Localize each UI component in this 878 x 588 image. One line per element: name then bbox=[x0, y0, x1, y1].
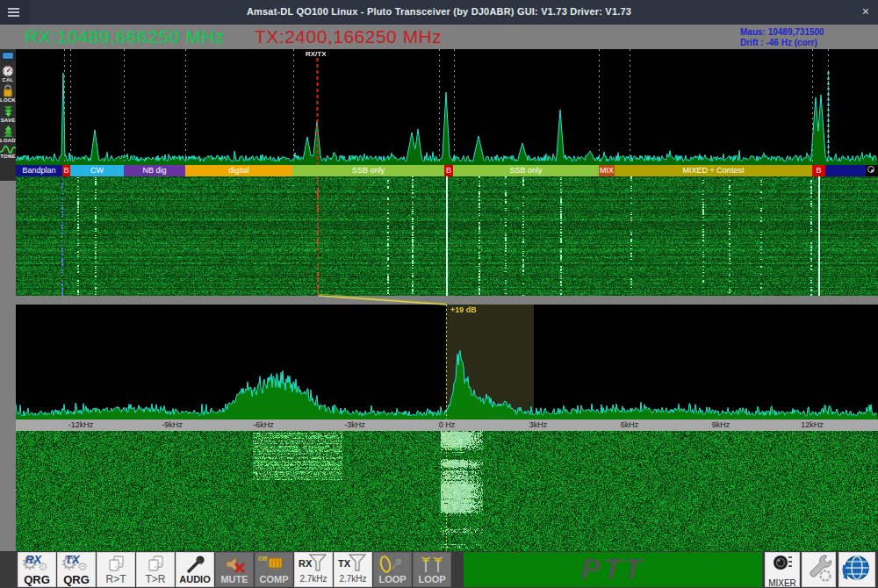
copy-pages-icon bbox=[146, 555, 165, 572]
bandplan-bar[interactable]: BandplanBCWNB digdigitalSSB onlyBSSB onl… bbox=[16, 165, 878, 176]
tick-label: 9kHz bbox=[712, 420, 730, 429]
transceiver-window: Amsat-DL QO100 Linux - Pluto Transceiver… bbox=[0, 0, 878, 588]
frequency-bar: RX:10489,666250 MHz TX:2400,166250 MHz M… bbox=[0, 25, 878, 49]
lock-button[interactable]: LOCK bbox=[0, 84, 16, 104]
gain-readout: +19 dB bbox=[450, 305, 477, 314]
monitor-icon bbox=[1, 51, 15, 64]
mouse-drift-readout: Maus: 10489,731500 Drift : -46 Hz (corr) bbox=[740, 27, 824, 48]
drift-label: Drift : bbox=[740, 38, 764, 47]
arrow-down-icon bbox=[2, 104, 15, 118]
zoom-waterfall-display[interactable] bbox=[16, 431, 878, 551]
tick-label: 12kHz bbox=[801, 420, 824, 429]
tick-label: -6kHz bbox=[253, 420, 274, 429]
frequency-tick-bar: -12kHz-9kHz-6kHz-3kHz0 Hz3kHz6kHz9kHz12k… bbox=[16, 419, 878, 431]
bandplan-segment[interactable]: SSB only bbox=[292, 165, 444, 176]
close-icon: × bbox=[862, 4, 869, 18]
microphone-icon bbox=[184, 555, 206, 574]
monitor-button[interactable] bbox=[0, 51, 16, 64]
main-spectrum-display[interactable] bbox=[16, 49, 878, 165]
loop-rf-button[interactable]: LOOP bbox=[413, 552, 451, 587]
settings-button[interactable] bbox=[802, 552, 836, 587]
cal-button[interactable]: CAL bbox=[0, 65, 16, 83]
bandplan-segment[interactable] bbox=[825, 165, 866, 176]
sine-wave-icon bbox=[0, 145, 16, 154]
bandplan-segment[interactable]: B bbox=[812, 165, 825, 176]
bandplan-segment[interactable]: MIX bbox=[599, 165, 615, 176]
comp-button[interactable]: OffCOMP bbox=[255, 552, 293, 587]
maus-label: Maus: bbox=[740, 27, 766, 37]
tick-label: -9kHz bbox=[162, 420, 183, 429]
zoom-spectrum-display[interactable] bbox=[16, 305, 878, 419]
window-title: Amsat-DL QO100 Linux - Pluto Transceiver… bbox=[0, 6, 878, 17]
bandplan-segment[interactable]: B bbox=[444, 165, 453, 176]
bandplan-segment[interactable]: CW bbox=[70, 165, 124, 176]
main-waterfall-display[interactable] bbox=[16, 176, 878, 296]
lock-label: LOCK bbox=[0, 97, 16, 104]
tick-label: 3kHz bbox=[529, 420, 548, 429]
tick-label: -12kHz bbox=[68, 420, 94, 429]
audio-button[interactable]: AUDIO bbox=[176, 552, 214, 587]
web-button[interactable] bbox=[838, 552, 875, 587]
bandplan-segment[interactable]: NB dig bbox=[124, 165, 185, 176]
rxtx-marker-label: RX/TX bbox=[306, 50, 327, 58]
bottom-toolbar: PTT MIXER bbox=[0, 551, 878, 588]
tone-button[interactable]: TONE bbox=[0, 145, 16, 160]
drift-value: -46 Hz (corr) bbox=[766, 38, 817, 47]
bandplan-target-button[interactable] bbox=[866, 165, 878, 176]
tx-qrg-button[interactable]: ⚙⚙TXQRG bbox=[57, 552, 96, 587]
tick-label: 0 Hz bbox=[439, 420, 456, 429]
tx-frequency[interactable]: TX:2400,166250 MHz bbox=[255, 26, 442, 47]
copy-pages-icon bbox=[106, 555, 126, 572]
mute-button[interactable]: MUTE bbox=[215, 552, 254, 587]
title-bar: Amsat-DL QO100 Linux - Pluto Transceiver… bbox=[0, 0, 878, 25]
mute-speaker-icon bbox=[223, 555, 246, 574]
bandplan-segment[interactable]: MIXED + Contest bbox=[615, 165, 812, 176]
save-label: SAVE bbox=[0, 118, 16, 124]
bandplan-segment[interactable]: Bandplan bbox=[16, 165, 62, 176]
copy-r-to-t-button[interactable]: R>T bbox=[97, 552, 135, 587]
maus-value: 10489,731500 bbox=[768, 27, 824, 37]
bandplan-segment[interactable]: SSB only bbox=[453, 165, 599, 176]
save-button[interactable]: SAVE bbox=[0, 104, 16, 124]
loop-audio-button[interactable]: LOOP bbox=[373, 552, 412, 587]
close-button[interactable]: × bbox=[862, 4, 869, 18]
mixer-label: MIXER bbox=[768, 578, 796, 588]
rx-frequency[interactable]: RX:10489,666250 MHz bbox=[25, 26, 225, 47]
tick-label: -3kHz bbox=[344, 420, 365, 429]
load-label: LOAD bbox=[0, 138, 16, 144]
cal-label: CAL bbox=[0, 77, 16, 83]
gauge-icon bbox=[2, 65, 14, 77]
load-button[interactable]: LOAD bbox=[0, 125, 16, 144]
lock-icon bbox=[2, 84, 14, 97]
ptt-button[interactable]: PTT bbox=[464, 552, 762, 587]
rx-filter-button[interactable]: RX2.7kHz bbox=[294, 552, 333, 587]
copy-t-to-r-button[interactable]: T>R bbox=[136, 552, 175, 587]
audio-loop-icon bbox=[378, 555, 407, 574]
wrench-icon bbox=[805, 553, 833, 583]
globe-icon bbox=[842, 553, 872, 583]
tx-filter-button[interactable]: TX2.7kHz bbox=[334, 552, 372, 587]
rf-loop-icon bbox=[418, 555, 446, 574]
mixer-button[interactable]: MIXER bbox=[765, 552, 800, 587]
rx-qrg-button[interactable]: ⚙⚙RXQRG bbox=[18, 552, 56, 587]
knob-icon bbox=[772, 553, 793, 574]
arrow-up-icon bbox=[2, 125, 15, 138]
bandplan-segment[interactable]: digital bbox=[185, 165, 292, 176]
left-toolbar: CAL LOCK SAVE LOAD bbox=[0, 49, 16, 181]
tone-label: TONE bbox=[0, 154, 16, 160]
tick-label: 6kHz bbox=[621, 420, 639, 429]
comp-state-label: Off bbox=[258, 556, 267, 562]
bandplan-segment[interactable]: B bbox=[62, 165, 70, 176]
filter-funnel-icon bbox=[349, 553, 366, 572]
